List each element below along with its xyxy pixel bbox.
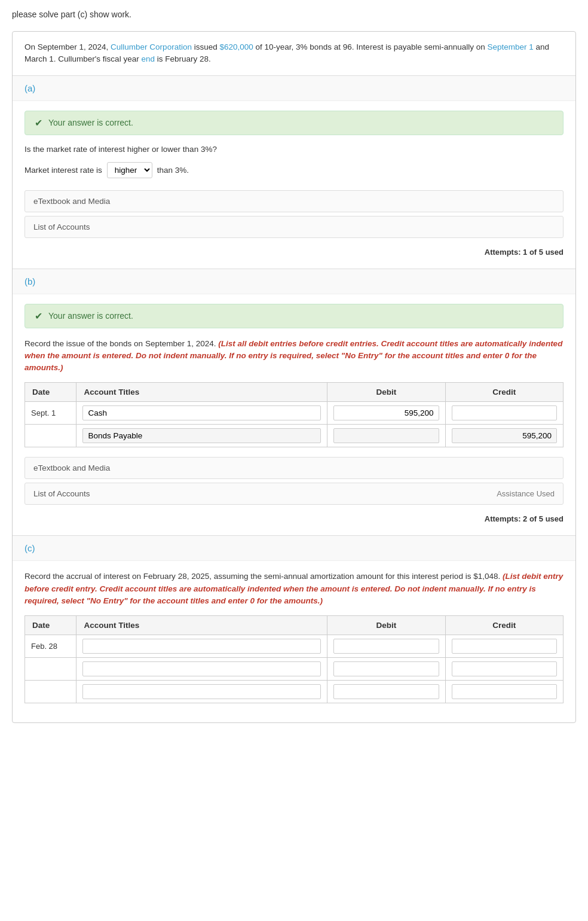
date-cell-c1: Feb. 28 (25, 635, 76, 658)
assistance-used-btn[interactable]: Assistance Used (497, 489, 555, 498)
date-cell-b2 (25, 425, 76, 447)
correct-banner-b: ✔ Your answer is correct. (24, 304, 564, 328)
credit-input-c3[interactable] (452, 684, 558, 699)
account-input-c1[interactable] (82, 639, 321, 654)
th-account-c: Account Titles (76, 616, 327, 635)
instruction-c-normal: Record the accrual of interest on Februa… (24, 572, 500, 581)
section-b-body: ✔ Your answer is correct. Record the iss… (13, 294, 575, 536)
debit-cell-b2 (327, 425, 445, 447)
market-rate-label: Market interest rate is (24, 166, 102, 175)
date-cell-c2 (25, 658, 76, 681)
credit-cell-b1 (445, 402, 564, 425)
question-text-a: Is the market rate of interest higher or… (24, 145, 564, 154)
section-b-header: (b) (13, 269, 575, 294)
debit-input-b2[interactable] (333, 428, 439, 443)
section-a-label: (a) (24, 83, 35, 93)
th-debit-c: Debit (327, 616, 445, 635)
problem-statement: On September 1, 2024, Cullumber Corporat… (13, 32, 575, 76)
correct-banner-a: ✔ Your answer is correct. (24, 111, 564, 135)
account-input-c3[interactable] (82, 684, 321, 699)
credit-input-b2[interactable] (452, 428, 558, 443)
instruction-b: Record the issue of the bonds on Septemb… (24, 338, 564, 374)
market-rate-row: Market interest rate is higher lower tha… (24, 162, 564, 178)
date-cell-c3 (25, 681, 76, 703)
account-input-b1[interactable] (82, 405, 321, 420)
section-a-header: (a) (13, 76, 575, 101)
th-date-b: Date (25, 383, 76, 402)
debit-cell-c3 (327, 681, 445, 703)
credit-input-c2[interactable] (452, 661, 558, 676)
section-c: (c) Record the accrual of interest on Fe… (13, 536, 575, 722)
th-debit-b: Debit (327, 383, 445, 402)
date-cell-b1: Sept. 1 (25, 402, 76, 425)
account-cell-c1 (76, 635, 327, 658)
account-cell-b2 (76, 425, 327, 447)
credit-cell-c3 (445, 681, 564, 703)
main-card: On September 1, 2024, Cullumber Corporat… (12, 31, 576, 723)
correct-text-b: Your answer is correct. (48, 311, 133, 321)
account-cell-c2 (76, 658, 327, 681)
th-date-c: Date (25, 616, 76, 635)
etextbook-a[interactable]: eTextbook and Media (24, 190, 564, 212)
account-input-b2[interactable] (82, 428, 321, 443)
th-credit-b: Credit (445, 383, 564, 402)
table-row: Sept. 1 (25, 402, 564, 425)
credit-input-c1[interactable] (452, 639, 558, 654)
account-cell-b1 (76, 402, 327, 425)
check-icon-a: ✔ (35, 117, 42, 129)
list-of-accounts-a[interactable]: List of Accounts (24, 216, 564, 238)
debit-cell-c2 (327, 658, 445, 681)
table-row (25, 658, 564, 681)
problem-text: On September 1, 2024, Cullumber Corporat… (24, 42, 549, 63)
correct-text-a: Your answer is correct. (48, 118, 133, 127)
instruction-b-normal: Record the issue of the bonds on Septemb… (24, 339, 216, 348)
attempts-a: Attempts: 1 of 5 used (24, 242, 564, 259)
list-accounts-label-b: List of Accounts (33, 489, 90, 498)
section-a-body: ✔ Your answer is correct. Is the market … (13, 101, 575, 269)
debit-cell-b1 (327, 402, 445, 425)
section-c-label: (c) (24, 543, 35, 553)
debit-cell-c1 (327, 635, 445, 658)
section-b: (b) ✔ Your answer is correct. Record the… (13, 269, 575, 536)
section-b-label: (b) (24, 276, 35, 286)
section-a: (a) ✔ Your answer is correct. Is the mar… (13, 76, 575, 269)
debit-input-c1[interactable] (333, 639, 439, 654)
journal-table-c: Date Account Titles Debit Credit Feb. 28 (24, 615, 564, 703)
credit-cell-c1 (445, 635, 564, 658)
debit-input-c3[interactable] (333, 684, 439, 699)
table-row (25, 425, 564, 447)
market-rate-dropdown[interactable]: higher lower (107, 162, 152, 178)
section-c-body: Record the accrual of interest on Februa… (13, 561, 575, 722)
etextbook-b[interactable]: eTextbook and Media (24, 457, 564, 479)
list-of-accounts-b[interactable]: List of Accounts Assistance Used (24, 483, 564, 505)
table-row: Feb. 28 (25, 635, 564, 658)
debit-input-c2[interactable] (333, 661, 439, 676)
credit-cell-b2 (445, 425, 564, 447)
credit-cell-c2 (445, 658, 564, 681)
attempts-b: Attempts: 2 of 5 used (24, 508, 564, 526)
instruction-c: Record the accrual of interest on Februa… (24, 571, 564, 607)
section-c-header: (c) (13, 536, 575, 561)
page-instruction: please solve part (c) show work. (12, 10, 576, 19)
account-cell-c3 (76, 681, 327, 703)
account-input-c2[interactable] (82, 661, 321, 676)
market-rate-suffix: than 3%. (157, 166, 189, 175)
debit-input-b1[interactable] (333, 405, 439, 420)
th-account-b: Account Titles (76, 383, 327, 402)
th-credit-c: Credit (445, 616, 564, 635)
check-icon-b: ✔ (35, 310, 42, 322)
journal-table-b: Date Account Titles Debit Credit Sept. 1 (24, 382, 564, 447)
credit-input-b1[interactable] (452, 405, 558, 420)
table-row (25, 681, 564, 703)
